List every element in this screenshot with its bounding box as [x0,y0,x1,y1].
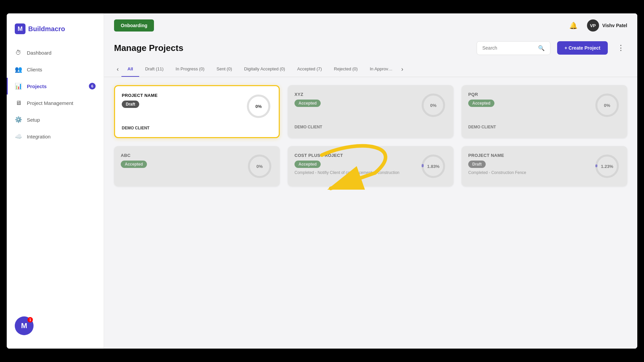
logo-text: Buildmacro [28,25,65,33]
progress-label-project-name-1: 0% [256,104,262,109]
tab-sent[interactable]: Sent (0) [211,62,238,77]
project-card-project-name-2[interactable]: PROJECT NAME Draft Completed - Construct… [462,146,627,186]
logo-area: M Buildmacro [7,20,104,44]
tab-digitally-accepted[interactable]: Digitally Accepted (0) [238,62,291,77]
topbar: Onboarding 🔔 VP Vishv Patel [104,13,637,38]
card-inner-project-name-1: PROJECT NAME Draft 0% [122,93,272,120]
tab-all[interactable]: All [121,62,139,77]
projects-grid: PROJECT NAME Draft 0% DEMO CLIENT XYZ Ac… [114,85,627,186]
bottom-logo-letter: M [21,321,27,330]
status-badge-project-name-1: Draft [122,101,139,108]
project-card-project-name-1[interactable]: PROJECT NAME Draft 0% DEMO CLIENT [114,85,280,138]
sidebar-bottom-logo[interactable]: M 1 [15,316,34,335]
tab-rejected[interactable]: Rejected (0) [328,62,364,77]
tab-in-progress[interactable]: In Progress (0) [170,62,211,77]
clients-icon: 👥 [15,66,22,73]
project-card-pqr[interactable]: PQR Accepted 0% DEMO CLIENT [462,85,627,138]
sidebar: M Buildmacro ⏱ Dashboard 👥 Clients 📊 Pro… [7,13,104,349]
create-project-button[interactable]: + Create Project [557,41,608,55]
tab-draft[interactable]: Draft (11) [139,62,170,77]
card-overlay [114,146,280,186]
tab-in-approval[interactable]: In Approv… [364,62,398,77]
setup-icon: ⚙️ [15,116,22,123]
onboarding-button[interactable]: Onboarding [114,19,154,32]
page-title: Manage Projects [114,43,183,53]
user-area[interactable]: VP Vishv Patel [587,19,627,32]
project-card-abc[interactable]: ABC Accepted 0% [114,146,280,186]
user-avatar: VP [587,19,599,32]
sidebar-item-setup[interactable]: ⚙️ Setup [7,111,104,128]
dashboard-icon: ⏱ [15,49,22,56]
project-name-project-name-1: PROJECT NAME [122,93,245,98]
sidebar-item-integration[interactable]: ☁️ Integration [7,128,104,145]
project-info-project-name-1: PROJECT NAME Draft [122,93,245,108]
tabs-next-arrow[interactable]: › [398,62,406,76]
search-icon: 🔍 [538,45,545,51]
more-options-button[interactable]: ⋮ [614,41,627,55]
project-card-cost-plus[interactable]: COST PLUS PROJECT Accepted Completed - N… [288,146,453,186]
main-content: Onboarding 🔔 VP Vishv Patel Manage Proje… [104,13,637,349]
sidebar-label-integration: Integration [27,134,51,139]
client-name-project-name-1: DEMO CLIENT [122,126,272,130]
tabs-row: ‹ AllDraft (11)In Progress (0)Sent (0)Di… [104,62,637,77]
sidebar-label-projects: Projects [27,83,47,89]
sidebar-item-clients[interactable]: 👥 Clients [7,61,104,78]
card-overlay [462,85,627,138]
sidebar-label-project-management: Project Management [27,100,73,106]
sidebar-label-dashboard: Dashboard [27,50,51,56]
search-input[interactable] [482,45,535,51]
notification-dot: 1 [28,317,33,322]
notification-bell[interactable]: 🔔 [567,19,580,32]
card-overlay [288,146,453,186]
tabs-prev-arrow[interactable]: ‹ [114,62,121,76]
projects-icon: 📊 [15,82,22,90]
progress-circle-project-name-1: 0% [245,93,272,120]
sidebar-label-setup: Setup [27,117,40,123]
sidebar-bottom: M 1 [7,310,104,342]
project-management-icon: 🖥 [15,99,22,107]
integration-icon: ☁️ [15,133,22,140]
badge-projects: 6 [89,83,96,89]
projects-area: PROJECT NAME Draft 0% DEMO CLIENT XYZ Ac… [104,77,637,349]
card-overlay [462,146,627,186]
search-box[interactable]: 🔍 [477,41,550,55]
tab-accepted[interactable]: Accepted (7) [291,62,328,77]
sidebar-item-projects[interactable]: 📊 Projects 6 [7,78,104,95]
sidebar-item-project-management[interactable]: 🖥 Project Management [7,95,104,111]
sidebar-label-clients: Clients [27,67,42,72]
page-header: Manage Projects 🔍 + Create Project ⋮ [104,38,637,62]
sidebar-item-dashboard[interactable]: ⏱ Dashboard [7,44,104,61]
project-card-xyz[interactable]: XYZ Accepted 0% DEMO CLIENT [288,85,453,138]
card-overlay [288,85,453,138]
user-name: Vishv Patel [602,23,627,28]
logo-icon: M [15,23,25,34]
